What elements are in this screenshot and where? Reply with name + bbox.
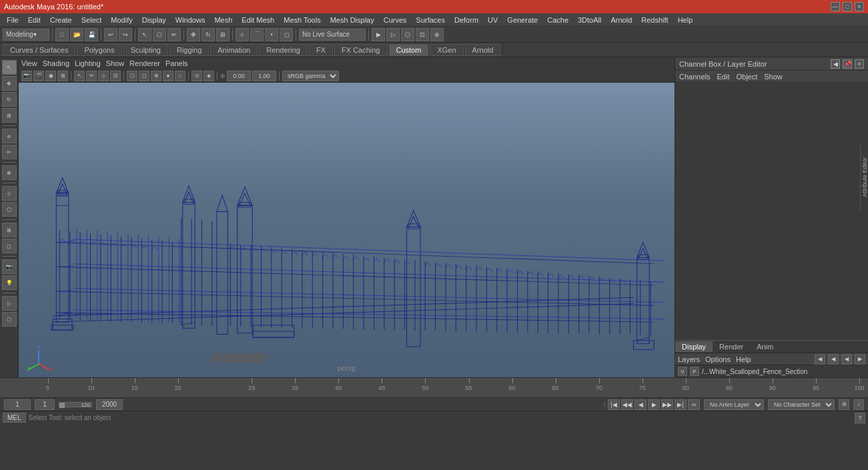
open-btn[interactable]: 📂	[70, 28, 83, 41]
vp-shadow-btn[interactable]: ○	[175, 71, 185, 81]
ipr-btn[interactable]: ⬡	[401, 28, 414, 41]
vp-smooth-btn[interactable]: ◻	[139, 71, 149, 81]
menu-arnold[interactable]: Arnold	[606, 15, 636, 25]
snap-surface-btn[interactable]: ◻	[280, 28, 293, 41]
vp-xray-btn[interactable]: ◈	[203, 71, 214, 81]
menu-display[interactable]: Display	[138, 15, 170, 25]
vp-iso-btn[interactable]: ⊙	[191, 71, 202, 81]
show-manip-btn[interactable]: ⊕	[2, 165, 17, 180]
soft-select-btn[interactable]: ⌀	[2, 129, 17, 143]
vp-menu-view[interactable]: View	[21, 59, 37, 67]
menu-mesh-tools[interactable]: Mesh Tools	[280, 15, 324, 25]
ipr-btn2[interactable]: ⬡	[2, 312, 17, 327]
light-btn[interactable]: 💡	[2, 275, 17, 290]
menu-edit-mesh[interactable]: Edit Mesh	[238, 15, 278, 25]
render-btn[interactable]: ▶	[372, 28, 385, 41]
tab-fx[interactable]: FX	[309, 44, 333, 56]
tab-sculpting[interactable]: Sculpting	[123, 44, 168, 56]
layer-playback-btn[interactable]: P	[690, 367, 699, 376]
save-btn[interactable]: 💾	[85, 28, 98, 41]
vp-paint-btn[interactable]: ✏	[86, 71, 97, 81]
vp-menu-shading[interactable]: Shading	[43, 59, 69, 67]
scale-tool-btn[interactable]: ⊞	[2, 108, 17, 123]
menu-mesh[interactable]: Mesh	[210, 15, 236, 25]
vp-cam-btn[interactable]: 📷	[21, 71, 32, 81]
minimize-button[interactable]: —	[831, 2, 840, 11]
show-render-btn[interactable]: ⊕	[430, 28, 444, 41]
rp-pin-btn[interactable]: 📌	[843, 59, 852, 69]
vp-texture-btn[interactable]: ⊕	[151, 71, 161, 81]
new-btn[interactable]: □	[55, 28, 69, 41]
anim-prefs-btn[interactable]: ⚙	[839, 399, 849, 410]
tab-arnold[interactable]: Arnold	[465, 44, 501, 56]
lasso-btn[interactable]: ⬡	[153, 28, 166, 41]
camera-btn[interactable]: 📷	[2, 259, 17, 274]
snap-curve-btn[interactable]: ⌒	[250, 28, 264, 41]
menu-redshift[interactable]: Redshift	[637, 15, 672, 25]
tab-render[interactable]: Render	[713, 341, 750, 352]
loop-btn[interactable]: ∞	[688, 399, 700, 410]
vp-light2-btn[interactable]: ●	[163, 71, 173, 81]
cb-menu-edit[interactable]: Edit	[717, 73, 729, 81]
cb-menu-channels[interactable]: Channels	[679, 73, 710, 81]
no-live-dropdown[interactable]: No Live Surface	[299, 29, 366, 41]
vp-menu-show[interactable]: Show	[106, 59, 125, 67]
timeline-ruler[interactable]: 5 10 15 20 29 35 40 45 50 55 60 65 70 75…	[0, 378, 868, 397]
render3-btn[interactable]: ⊡	[416, 28, 429, 41]
menu-3dtoall[interactable]: 3DtoAll	[574, 15, 605, 25]
anim-end-input[interactable]	[96, 399, 123, 410]
undo-btn[interactable]: ↩	[104, 28, 117, 41]
range-slider[interactable]: 120	[59, 402, 92, 407]
vp-menu-lighting[interactable]: Lighting	[75, 59, 101, 67]
vp-val1-input[interactable]	[227, 71, 251, 81]
character-set-dropdown[interactable]: No Character Set	[768, 399, 835, 410]
go-end-btn[interactable]: ▶|	[675, 399, 687, 410]
tab-custom[interactable]: Custom	[389, 44, 429, 56]
menu-deform[interactable]: Deform	[450, 15, 482, 25]
tab-rigging[interactable]: Rigging	[169, 44, 209, 56]
rotate-tool-btn[interactable]: ↻	[2, 92, 17, 107]
render-region-btn[interactable]: ▷	[2, 296, 17, 311]
menu-uv[interactable]: UV	[484, 15, 502, 25]
menu-select[interactable]: Select	[77, 15, 106, 25]
menu-windows[interactable]: Windows	[171, 15, 209, 25]
tab-anim[interactable]: Anim	[750, 341, 780, 352]
move-tool-btn[interactable]: ✥	[2, 76, 17, 91]
maximize-button[interactable]: □	[843, 2, 852, 11]
range-handle[interactable]	[59, 403, 65, 408]
menu-modify[interactable]: Modify	[107, 15, 136, 25]
layer-visibility-btn[interactable]: V	[678, 367, 687, 376]
vp-lens-btn[interactable]: ◉	[45, 71, 56, 81]
prev-frame-btn[interactable]: ◀◀	[621, 399, 633, 410]
mel-label[interactable]: MEL	[3, 413, 26, 423]
cb-menu-show[interactable]: Show	[764, 73, 783, 81]
display-geo-btn[interactable]: ◻	[2, 239, 17, 253]
tab-xgen[interactable]: XGen	[430, 44, 463, 56]
attribute-editor-tab[interactable]: Attribute Editor	[860, 144, 868, 211]
menu-file[interactable]: File	[3, 15, 23, 25]
paint-btn2[interactable]: ✏	[2, 145, 17, 159]
step-back-btn[interactable]: ◀	[634, 399, 646, 410]
render2-btn[interactable]: ▷	[386, 28, 400, 41]
snap-grid-btn[interactable]: ⊹	[236, 28, 249, 41]
frame-current-input[interactable]	[35, 399, 55, 410]
help-menu[interactable]: Help	[736, 355, 751, 363]
menu-curves[interactable]: Curves	[380, 15, 411, 25]
menu-edit[interactable]: Edit	[24, 15, 45, 25]
tab-rendering[interactable]: Rendering	[259, 44, 308, 56]
layer-del-btn[interactable]: ◀	[828, 354, 839, 365]
anim-layer-dropdown[interactable]: No Anim Layer	[704, 399, 764, 410]
layers-menu[interactable]: Layers	[678, 355, 700, 363]
play-forward-btn[interactable]: ▶	[648, 399, 660, 410]
vp-val2-input[interactable]	[252, 71, 276, 81]
menu-surfaces[interactable]: Surfaces	[412, 15, 449, 25]
vp-wireframe-btn[interactable]: ⬡	[127, 71, 137, 81]
scale-btn[interactable]: ⊞	[216, 28, 230, 41]
sound-btn[interactable]: ♪	[853, 399, 864, 410]
symmetry-btn[interactable]: ⬡	[2, 202, 17, 217]
tab-animation[interactable]: Animation	[210, 44, 258, 56]
redo-btn[interactable]: ↪	[119, 28, 132, 41]
menu-generate[interactable]: Generate	[503, 15, 542, 25]
paint-btn[interactable]: ✏	[167, 28, 181, 41]
step-forward-btn[interactable]: ▶▶	[661, 399, 673, 410]
